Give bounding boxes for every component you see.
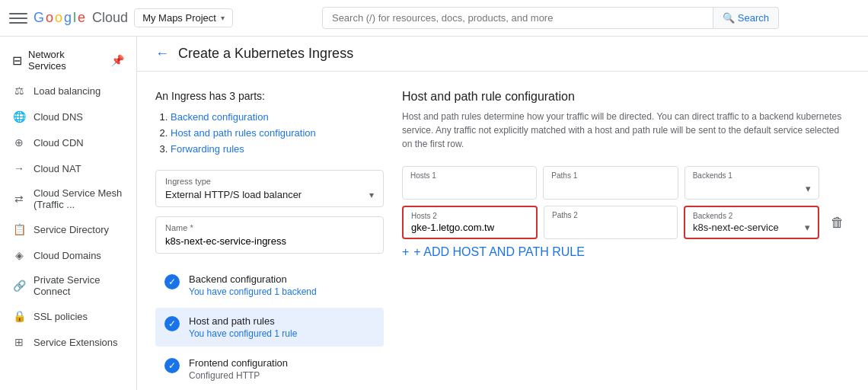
step-link-2[interactable]: Host and path rules configuration [171, 127, 316, 139]
ingress-type-field[interactable]: Ingress type External HTTP/S load balanc… [155, 170, 384, 207]
step-host-path[interactable]: ✓ Host and path rules You have configure… [155, 308, 384, 347]
step-subtext: Configured HTTP [189, 370, 375, 381]
steps-list: Backend configuration Host and path rule… [155, 111, 384, 155]
cloud-domains-icon: ◈ [12, 248, 26, 262]
service-directory-icon: 📋 [12, 222, 26, 236]
sidebar-item-private-service-connect[interactable]: 🔗 Private Service Connect [0, 268, 136, 303]
content-area: An Ingress has 3 parts: Backend configur… [137, 72, 868, 390]
hosts-1-field[interactable]: Hosts 1 [402, 166, 537, 200]
sidebar-item-label: Private Service Connect [34, 274, 124, 297]
step-subtext: You have configured 1 backend [189, 286, 375, 297]
project-selector[interactable]: My Maps Project ▾ [134, 8, 233, 27]
config-title: Host and path rule configuration [402, 90, 850, 104]
rule-row-2: Hosts 2 Paths 2 Backends 2 k8s-next-ec-s… [402, 206, 850, 239]
sidebar: ⊟ Network Services 📌 ⚖ Load balancing 🌐 … [0, 37, 137, 390]
sidebar-item-label: Cloud CDN [34, 137, 84, 149]
paths-2-field[interactable]: Paths 2 [544, 206, 678, 239]
sidebar-item-label: Service Extensions [34, 337, 118, 348]
sidebar-item-cloud-service-mesh[interactable]: ⇄ Cloud Service Mesh (Traffic ... [0, 181, 136, 216]
load-balancing-icon: ⚖ [12, 84, 26, 98]
plus-icon: + [402, 245, 409, 259]
chevron-down-icon: ▾ [806, 183, 811, 194]
topbar-left: Google Cloud My Maps Project ▾ [9, 8, 233, 27]
sidebar-item-label: Cloud Service Mesh (Traffic ... [34, 187, 124, 210]
private-service-icon: 🔗 [12, 279, 26, 292]
config-description: Host and path rules determine how your t… [402, 110, 850, 151]
hosts-2-label: Hosts 2 [411, 212, 528, 220]
step-name: Frontend configuration [189, 357, 375, 369]
paths-1-field[interactable]: Paths 1 [543, 166, 678, 200]
step-list-item-2: Host and path rules configuration [171, 127, 384, 139]
trash-icon: 🗑 [831, 215, 844, 231]
step-subtext: You have configured 1 rule [189, 328, 375, 339]
chevron-down-icon: ▾ [369, 190, 374, 200]
traffic-icon: ⇄ [12, 192, 26, 206]
sidebar-title: Network Services [28, 49, 105, 72]
sidebar-item-label: Cloud DNS [34, 111, 83, 123]
rule-row-1: Hosts 1 Paths 1 Backends 1 ▾ [402, 166, 850, 200]
backends-2-field[interactable]: Backends 2 k8s-next-ec-service ▾ [684, 206, 819, 239]
main-content: ← Create a Kubernetes Ingress An Ingress… [137, 37, 868, 390]
sidebar-item-cloud-domains[interactable]: ◈ Cloud Domains [0, 242, 136, 268]
network-services-icon: ⊟ [12, 53, 22, 68]
step-name: Backend configuration [189, 273, 375, 285]
search-button[interactable]: 🔍 Search [713, 7, 779, 29]
add-host-path-rule-button[interactable]: + + ADD HOST AND PATH RULE [402, 245, 850, 259]
chevron-down-icon: ▾ [805, 222, 810, 233]
search-icon: 🔍 [723, 12, 735, 24]
step-name: Host and path rules [189, 315, 375, 327]
step-backend[interactable]: ✓ Backend configuration You have configu… [155, 266, 384, 305]
cloud-cdn-icon: ⊕ [12, 136, 26, 149]
sidebar-item-label: Service Directory [34, 224, 109, 235]
sidebar-item-label: Cloud NAT [34, 163, 81, 174]
ingress-type-value: External HTTP/S load balancer ▾ [165, 189, 374, 200]
backends-1-label: Backends 1 [693, 171, 811, 180]
steps-panel: An Ingress has 3 parts: Backend configur… [155, 90, 384, 390]
page-header: ← Create a Kubernetes Ingress [137, 37, 868, 72]
sidebar-item-label: Cloud Domains [34, 250, 101, 261]
ingress-type-label: Ingress type [165, 177, 374, 186]
sidebar-item-load-balancing[interactable]: ⚖ Load balancing [0, 78, 136, 104]
topbar: Google Cloud My Maps Project ▾ 🔍 Search [0, 0, 868, 37]
step-link-3[interactable]: Forwarding rules [171, 143, 244, 155]
sidebar-item-service-directory[interactable]: 📋 Service Directory [0, 216, 136, 242]
paths-2-label: Paths 2 [552, 211, 669, 219]
step-frontend[interactable]: ✓ Frontend configuration Configured HTTP [155, 350, 384, 388]
cloud-nat-icon: → [12, 161, 26, 175]
backends-1-field[interactable]: Backends 1 ▾ [685, 166, 819, 200]
steps-intro: An Ingress has 3 parts: [155, 90, 384, 102]
name-label: Name * [165, 223, 374, 232]
hosts-2-field[interactable]: Hosts 2 [402, 206, 538, 239]
add-rule-label: + ADD HOST AND PATH RULE [413, 245, 585, 259]
step-link-1[interactable]: Backend configuration [171, 111, 269, 123]
hosts-2-input[interactable] [411, 222, 528, 233]
cloud-dns-icon: 🌐 [12, 110, 26, 123]
sidebar-header: ⊟ Network Services 📌 [0, 43, 136, 78]
sidebar-item-label: SSL policies [34, 311, 88, 322]
sidebar-item-service-extensions[interactable]: ⊞ Service Extensions [0, 329, 136, 355]
name-input[interactable] [165, 235, 374, 247]
config-panel: Host and path rule configuration Host an… [402, 90, 850, 390]
check-icon: ✓ [164, 316, 180, 331]
search-bar: 🔍 Search [322, 7, 779, 29]
back-button[interactable]: ← [155, 46, 169, 62]
google-logo: Google Cloud [34, 10, 128, 26]
sidebar-item-cloud-nat[interactable]: → Cloud NAT [0, 155, 136, 181]
sidebar-item-cloud-dns[interactable]: 🌐 Cloud DNS [0, 104, 136, 129]
backends-2-label: Backends 2 [693, 212, 810, 220]
pin-icon: 📌 [111, 54, 124, 66]
sidebar-item-ssl-policies[interactable]: 🔒 SSL policies [0, 303, 136, 329]
chevron-down-icon: ▾ [221, 14, 225, 22]
project-name: My Maps Project [142, 12, 216, 24]
search-input[interactable] [322, 7, 713, 29]
step-list-item-3: Forwarding rules [171, 143, 384, 155]
check-icon: ✓ [164, 274, 180, 289]
ssl-icon: 🔒 [12, 309, 26, 323]
check-icon: ✓ [164, 358, 180, 373]
page-title: Create a Kubernetes Ingress [178, 46, 353, 62]
paths-1-label: Paths 1 [551, 171, 669, 180]
delete-rule-button[interactable]: 🗑 [825, 210, 850, 235]
sidebar-item-cloud-cdn[interactable]: ⊕ Cloud CDN [0, 129, 136, 155]
name-field: Name * [155, 216, 384, 254]
menu-button[interactable] [9, 9, 27, 27]
